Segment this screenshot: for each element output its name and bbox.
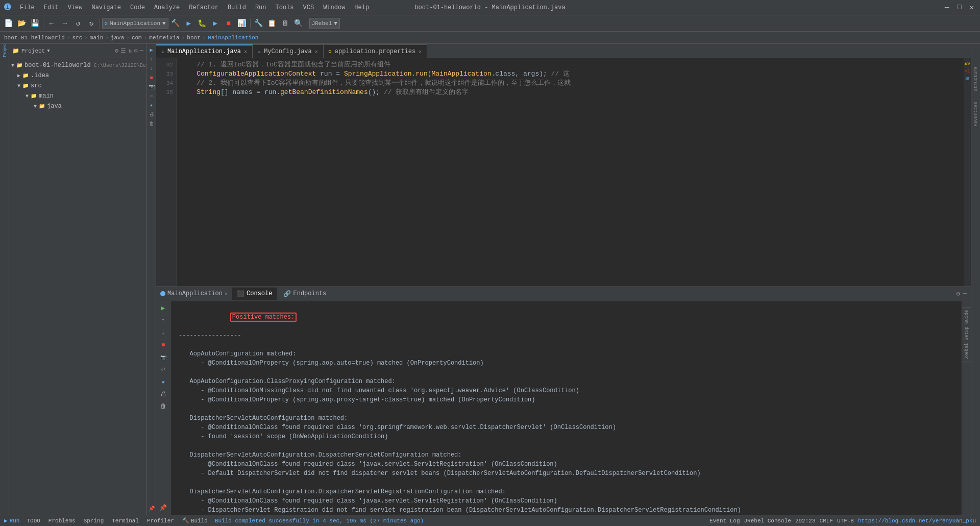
sidebar-icon-project[interactable]: Project: [1, 46, 9, 54]
tool-btn-camera[interactable]: 📷: [148, 83, 156, 91]
panel-gear-icon[interactable]: ⚙: [957, 290, 960, 298]
menu-analyze[interactable]: Analyze: [152, 3, 182, 12]
tab-myconfig-close[interactable]: ✕: [315, 49, 318, 55]
jrebel-setup-guide-label[interactable]: JRebel Setup Guide: [962, 307, 971, 362]
status-tab-terminal[interactable]: Terminal: [109, 517, 142, 524]
breadcrumb-java[interactable]: java: [111, 35, 124, 41]
tab-main-application[interactable]: ☕ MainApplication.java ✕: [156, 44, 253, 58]
tool-btn-stop[interactable]: ■: [148, 74, 156, 82]
build-btn[interactable]: 🔨: [169, 17, 182, 30]
breadcrumb-com[interactable]: com: [132, 35, 142, 41]
vcs-btn[interactable]: 📋: [266, 17, 278, 30]
menu-build[interactable]: Build: [225, 3, 249, 12]
project-list-icon[interactable]: ☰: [120, 47, 126, 55]
forward-btn[interactable]: →: [59, 17, 71, 30]
project-minimize-icon[interactable]: —: [140, 47, 143, 55]
status-tab-spring[interactable]: Spring: [81, 517, 107, 524]
run-config-dropdown[interactable]: ⚙ MainApplication ▼: [102, 18, 168, 29]
menu-code[interactable]: Code: [128, 3, 148, 12]
breadcrumb-boot[interactable]: boot: [187, 35, 200, 41]
tree-main[interactable]: ▼ 📁 main: [9, 91, 146, 101]
project-sync-icon[interactable]: ⇅: [128, 47, 132, 55]
status-event-log[interactable]: Event Log: [709, 518, 740, 524]
project-settings-icon[interactable]: ⚙: [134, 47, 138, 55]
breadcrumb-main[interactable]: main: [90, 35, 103, 41]
status-encoding[interactable]: UTF-8: [837, 518, 854, 524]
status-url[interactable]: https://blog.csdn.net/yerenyuan_pku: [858, 518, 976, 524]
tab-props-close[interactable]: ✕: [419, 49, 422, 55]
menu-file[interactable]: File: [17, 3, 37, 12]
new-file-btn[interactable]: 📄: [2, 17, 14, 30]
stop-btn[interactable]: ■: [223, 17, 235, 30]
tab-properties[interactable]: ⚙ application.properties ✕: [324, 44, 428, 58]
structure-label[interactable]: Structure: [973, 66, 978, 91]
debug-btn[interactable]: 🐛: [196, 17, 208, 30]
save-all-btn[interactable]: 💾: [29, 17, 41, 30]
tool-btn-delete[interactable]: 🗑: [148, 119, 156, 128]
run-scroll-up[interactable]: ↑: [158, 316, 168, 326]
run-camera-btn[interactable]: 📷: [158, 352, 168, 363]
menu-view[interactable]: View: [65, 3, 85, 12]
run-stop-btn[interactable]: ■: [158, 340, 168, 350]
tab-endpoints[interactable]: 🔗 Endpoints: [278, 288, 331, 300]
jrebel-dropdown[interactable]: JRebel ▼: [309, 18, 340, 29]
menu-navigate[interactable]: Navigate: [89, 3, 124, 12]
run-star-btn[interactable]: ★: [158, 377, 168, 387]
tree-src[interactable]: ▼ 📁 src: [9, 81, 146, 91]
run-scroll-down[interactable]: ↓: [158, 328, 168, 338]
window-controls[interactable]: — □ ✕: [943, 3, 976, 12]
menu-window[interactable]: Window: [321, 3, 348, 12]
tool-btn-up[interactable]: ↑: [148, 55, 156, 63]
status-tab-profiler[interactable]: Profiler: [144, 517, 177, 524]
run-config-btn2[interactable]: ▶: [209, 17, 222, 30]
run-delete-btn[interactable]: 🗑: [158, 401, 168, 412]
open-btn[interactable]: 📂: [15, 17, 28, 30]
terminal-btn[interactable]: 🖥: [279, 17, 291, 30]
menu-vcs[interactable]: VCS: [301, 3, 317, 12]
breadcrumb-file[interactable]: MainApplication: [208, 35, 258, 41]
console-output[interactable]: Positive matches: ----------------- AopA…: [170, 301, 962, 515]
tab-myconfig[interactable]: ☕ MyConfig.java ✕: [253, 44, 324, 58]
menu-edit[interactable]: Edit: [41, 3, 61, 12]
breadcrumb-meimeixia[interactable]: meimeixia: [149, 35, 179, 41]
status-tab-problems[interactable]: Problems: [45, 517, 79, 524]
tool-btn-run[interactable]: ▶: [148, 46, 156, 54]
status-tab-todo[interactable]: TODO: [23, 517, 43, 524]
run-wrap-btn[interactable]: ⏎: [158, 365, 168, 375]
tree-java[interactable]: ▼ 📁 java: [9, 101, 146, 111]
panel-minimize-icon[interactable]: —: [963, 290, 967, 297]
status-jrebel-console[interactable]: JRebel Console: [744, 518, 791, 524]
redo-btn[interactable]: ↻: [85, 17, 97, 30]
status-crlf[interactable]: CRLF: [820, 518, 833, 524]
menu-bar[interactable]: File Edit View Navigate Code Analyze Ref…: [17, 3, 372, 12]
breadcrumb-project[interactable]: boot-01-helloworld: [4, 35, 65, 41]
tool-btn-star[interactable]: ★: [148, 101, 156, 109]
breadcrumb-src[interactable]: src: [72, 35, 82, 41]
close-button[interactable]: ✕: [968, 3, 976, 12]
project-gear-icon[interactable]: ⚙: [115, 47, 118, 55]
menu-help[interactable]: Help: [352, 3, 372, 12]
back-btn[interactable]: ←: [45, 17, 58, 30]
sdk-btn[interactable]: 🔧: [253, 17, 265, 30]
run-pin-btn[interactable]: 📌: [158, 503, 168, 513]
tree-idea[interactable]: ▶ 📁 .idea: [9, 70, 146, 81]
run-btn[interactable]: ▶: [183, 17, 195, 30]
run-start-btn[interactable]: ▶: [158, 303, 168, 314]
menu-refactor[interactable]: Refactor: [186, 3, 221, 12]
tree-root[interactable]: ▼ 📁 boot-01-helloworld C:\Users\32120\De…: [9, 60, 146, 70]
tab-main-close[interactable]: ✕: [244, 49, 247, 55]
status-tab-build[interactable]: 🔨 Build: [179, 517, 211, 524]
run-panel-close[interactable]: ✕: [225, 291, 228, 297]
tool-btn-wrap[interactable]: ⏎: [148, 92, 156, 100]
menu-tools[interactable]: Tools: [273, 3, 297, 12]
favorites-label[interactable]: Favorites: [973, 102, 978, 127]
run-print-btn[interactable]: 🖨: [158, 389, 168, 399]
status-run-btn[interactable]: ▶ Run: [4, 517, 19, 524]
minimize-button[interactable]: —: [943, 3, 951, 12]
code-content[interactable]: // 1. 返回IoC容器，IoC容器里面就包含了当前应用的所有组件 Confi…: [177, 58, 964, 286]
search-everywhere-btn[interactable]: 🔍: [292, 17, 305, 30]
menu-run[interactable]: Run: [253, 3, 269, 12]
tab-console[interactable]: ⬛ Console: [232, 288, 277, 300]
undo-btn[interactable]: ↺: [72, 17, 84, 30]
maximize-button[interactable]: □: [955, 3, 963, 12]
